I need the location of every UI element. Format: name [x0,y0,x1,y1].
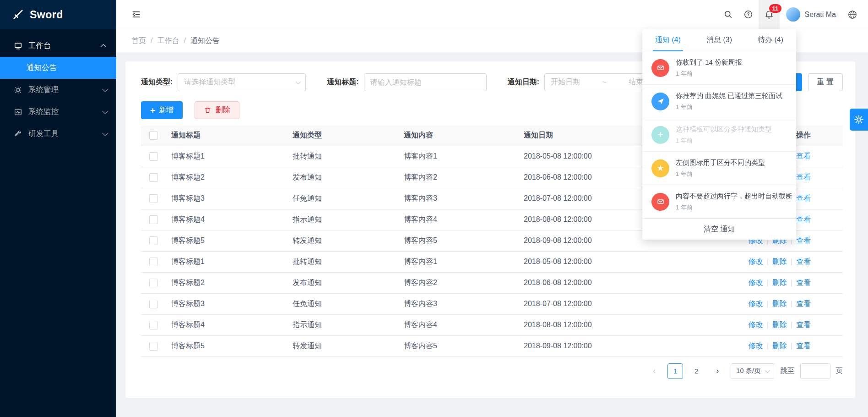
row-action-view[interactable]: 查看 [796,215,811,223]
cell-title: 博客标题3 [167,293,288,314]
row-action-view[interactable]: 查看 [796,258,811,265]
app-title: Sword [30,9,63,21]
row-action-delete[interactable]: 删除 [772,321,787,329]
breadcrumb-workbench[interactable]: 工作台 [157,36,179,46]
cell-content: 博客内容4 [399,314,519,335]
cell-title: 博客标题2 [167,272,288,293]
globe-icon[interactable] [842,0,863,29]
notification-dropdown: 通知 (4) 消息 (3) 待办 (4) 你收到了 14 份新周报 1 年前 你… [642,29,796,240]
row-checkbox[interactable] [149,194,158,203]
row-action-view[interactable]: 查看 [796,194,811,202]
row-checkbox[interactable] [149,258,158,266]
breadcrumb-current: 通知公告 [190,36,220,46]
row-checkbox[interactable] [149,236,158,245]
page-1-button[interactable]: 1 [667,363,683,379]
trash-icon [204,106,212,114]
tab-todos[interactable]: 待办 (4) [745,29,796,51]
sidebar-item-label: 系统监控 [28,107,96,117]
tab-notifications[interactable]: 通知 (4) [642,29,694,51]
sidebar-item-monitor[interactable]: 系统监控 [0,101,116,123]
notification-item[interactable]: 你推荐的 曲妮妮 已通过第三轮面试 1 年前 [642,85,796,118]
sidebar-item-notice[interactable]: 通知公告 [0,57,116,79]
row-checkbox[interactable] [149,215,158,224]
delete-button[interactable]: 删除 [195,101,239,119]
bell-icon[interactable]: 11 [759,0,780,29]
sidebar-item-system[interactable]: 系统管理 [0,79,116,101]
question-circle-icon[interactable]: ? [738,0,759,29]
notification-body: 这种模板可以区分多种通知类型 1 年前 [676,125,772,145]
row-checkbox[interactable] [149,152,158,161]
row-action-delete[interactable]: 删除 [772,279,787,286]
page-2-button[interactable]: 2 [689,363,704,379]
row-action-view[interactable]: 查看 [796,152,811,160]
row-action-edit[interactable]: 修改 [749,279,763,286]
row-action-view[interactable]: 查看 [796,279,811,286]
cell-type: 指示通知 [288,314,399,335]
sidebar-item-workbench[interactable]: 工作台 [0,35,116,57]
reset-button[interactable]: 重 置 [808,73,843,91]
cell-content: 博客内容2 [399,272,519,293]
row-action-delete[interactable]: 删除 [772,300,787,307]
next-page-button[interactable]: › [710,363,725,379]
menu-fold-icon[interactable] [131,10,141,19]
row-action-edit[interactable]: 修改 [749,258,763,265]
notification-item[interactable]: + 这种模板可以区分多种通知类型 1 年前 [642,118,796,152]
notification-body: 你收到了 14 份新周报 1 年前 [676,58,742,78]
page-unit-label: 页 [836,366,843,376]
table-row: 博客标题1 批转通知 博客内容1 2018-05-08 12:00:00 修改|… [141,251,843,272]
sidebar-item-devtools[interactable]: 研发工具 [0,123,116,145]
table-row: 博客标题2 发布通知 博客内容2 2018-06-08 12:00:00 修改|… [141,272,843,293]
chevron-down-icon [765,368,770,373]
gear-icon [854,115,864,125]
wrench-icon [13,130,22,138]
row-action-edit[interactable]: 修改 [749,300,763,307]
row-action-edit[interactable]: 修改 [749,342,763,350]
row-checkbox[interactable] [149,342,158,351]
prev-page-button[interactable]: ‹ [646,363,662,379]
row-action-view[interactable]: 查看 [796,321,811,329]
notification-item[interactable]: 内容不要超过两行字，超出时自动截断 1 年前 [642,185,796,219]
logo[interactable]: Sword [0,0,116,29]
row-checkbox[interactable] [149,279,158,287]
breadcrumb-separator: / [184,37,185,45]
svg-text:?: ? [747,12,749,17]
filter-type-group: 通知类型: 请选择通知类型 [141,73,306,91]
user-menu[interactable]: Serati Ma [780,7,842,22]
chevron-down-icon [296,79,301,84]
row-action-edit[interactable]: 修改 [749,321,763,329]
star-glyph: ★ [656,164,664,172]
row-action-delete[interactable]: 删除 [772,342,787,350]
notice-type-select[interactable]: 请选择通知类型 [178,73,306,91]
cell-content: 博客内容3 [399,188,519,209]
notification-time: 1 年前 [676,203,790,212]
search-icon[interactable] [718,0,738,29]
action-divider: | [791,258,792,265]
row-action-view[interactable]: 查看 [796,342,811,350]
clear-notifications-button[interactable]: 清空 通知 [642,219,796,240]
theme-settings-button[interactable] [850,109,868,131]
notification-item[interactable]: 你收到了 14 份新周报 1 年前 [642,51,796,85]
notice-title-input[interactable] [364,74,486,91]
breadcrumb-home[interactable]: 首页 [131,36,146,46]
star-icon: ★ [651,159,669,177]
page-size-select[interactable]: 10 条/页 [731,363,774,379]
notification-title: 你收到了 14 份新周报 [676,58,742,67]
add-button[interactable]: + 新增 [141,101,183,119]
table-row: 博客标题5 转发通知 博客内容5 2018-09-08 12:00:00 修改|… [141,335,843,357]
send-icon [651,93,669,110]
jump-page-input[interactable] [800,363,830,379]
row-action-view[interactable]: 查看 [796,300,811,307]
row-checkbox[interactable] [149,173,158,182]
notification-item[interactable]: ★ 左侧图标用于区分不同的类型 1 年前 [642,152,796,185]
cell-title: 博客标题5 [167,230,288,251]
select-all-checkbox[interactable] [149,131,158,140]
pagination: ‹ 1 2 › 10 条/页 跳至 页 [141,363,843,379]
row-action-view[interactable]: 查看 [796,173,811,181]
breadcrumb-separator: / [151,37,152,45]
row-action-delete[interactable]: 删除 [772,258,787,265]
row-checkbox[interactable] [149,300,158,308]
row-action-view[interactable]: 查看 [796,236,811,244]
row-checkbox[interactable] [149,321,158,329]
tab-messages[interactable]: 消息 (3) [694,29,745,51]
filter-title-label: 通知标题: [327,77,358,87]
